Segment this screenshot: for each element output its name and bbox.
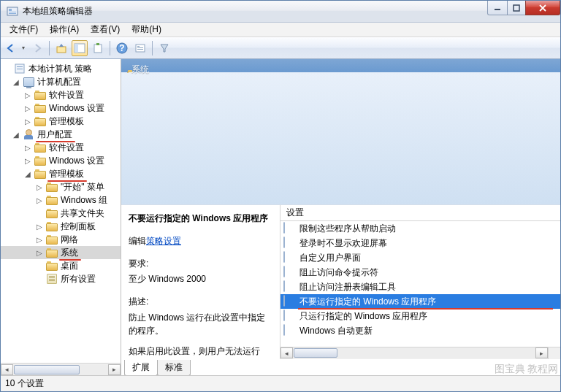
collapse-icon[interactable]: ◢ [11,77,21,87]
menu-help[interactable]: 帮助(H) [126,22,167,37]
list-item[interactable]: 阻止访问注册表编辑工具 [280,280,560,294]
expand-icon[interactable]: ▷ [23,116,33,126]
close-button[interactable] [525,1,560,15]
expand-icon[interactable]: ▷ [34,182,45,192]
edit-policy-link[interactable]: 策略设置 [146,236,181,246]
menu-bar: 文件(F) 操作(A) 查看(V) 帮助(H) [1,23,560,37]
scroll-left-icon[interactable]: ◂ [280,347,293,358]
back-button[interactable]: ▾ [4,40,27,56]
scroll-right-icon[interactable]: ▸ [535,347,548,358]
svg-rect-4 [495,9,500,10]
minimize-button[interactable] [487,1,508,15]
window-title: 本地组策略编辑器 [23,5,488,18]
help-button[interactable]: ? [114,40,130,56]
requirements-label: 要求: [129,258,272,270]
tab-extended[interactable]: 扩展 [124,360,158,375]
tree-item[interactable]: ▷ 软件设置 [1,88,121,101]
expand-icon[interactable]: ▷ [23,142,33,153]
svg-rect-1 [9,9,12,11]
description-label: 描述: [129,296,272,308]
computer-icon [23,76,34,88]
tree-item[interactable]: ▷ Windows 设置 [1,154,121,167]
tab-standard[interactable]: 标准 [157,360,191,375]
scroll-left-icon[interactable]: ◂ [1,364,13,375]
toolbar: ▾ ? [1,37,560,59]
maximize-button[interactable] [507,1,526,15]
folder-icon [34,142,46,153]
list-item[interactable]: 登录时不显示欢迎屏幕 [280,236,560,250]
edit-policy-line: 编辑策略设置 [129,235,272,247]
tree-admin-templates[interactable]: ◢ 管理模板 [1,167,121,180]
policy-title: 不要运行指定的 Windows 应用程序 [129,212,272,225]
svg-rect-15 [137,49,143,50]
folder-icon [46,247,58,258]
show-tree-button[interactable] [72,40,88,56]
expand-icon[interactable]: ▷ [23,103,33,113]
expand-icon[interactable]: ▷ [34,195,45,205]
tree-system[interactable]: ▷ 系统 [1,246,121,259]
details-panel: 系统 不要运行指定的 Windows 应用程序 编辑策略设置 要求: 至少 Wi… [121,59,560,375]
svg-text:?: ? [119,43,124,53]
expand-icon[interactable]: ▷ [34,221,45,231]
tree-computer-config[interactable]: ◢ 计算机配置 [1,75,121,88]
policy-icon [14,63,26,74]
collapse-icon[interactable]: ◢ [11,129,21,139]
folder-icon [34,89,46,101]
scroll-right-icon[interactable]: ▸ [108,364,121,375]
policy-icon [283,296,295,307]
tree-all-settings[interactable]: 所有设置 [1,272,121,285]
forward-button[interactable] [29,40,45,56]
properties-button[interactable] [132,40,148,56]
app-icon [7,6,18,18]
tree-item[interactable]: 共享文件夹 [1,207,121,220]
menu-file[interactable]: 文件(F) [4,22,44,37]
settings-header[interactable]: 设置 [280,205,560,221]
settings-h-scrollbar[interactable]: ◂ ▸ [280,347,548,359]
list-item[interactable]: 只运行指定的 Windows 应用程序 [280,309,560,323]
tree-item[interactable]: ▷ Windows 设置 [1,101,121,115]
svg-rect-17 [17,66,23,67]
folder-icon [46,260,58,272]
list-item-selected[interactable]: 不要运行指定的 Windows 应用程序 [280,294,560,309]
toolbar-separator [49,41,50,55]
tree-user-config[interactable]: ◢ 用户配置 [1,128,121,141]
collapse-icon[interactable]: ◢ [23,169,33,179]
expand-icon[interactable]: ▷ [34,247,45,258]
policy-summary: 不要运行指定的 Windows 应用程序 编辑策略设置 要求: 至少 Windo… [121,205,280,359]
list-item[interactable]: 限制这些程序从帮助启动 [280,221,560,236]
tree-item[interactable]: 桌面 [1,259,121,272]
policy-icon [283,325,295,337]
tree-item[interactable]: ▷ Windows 组 [1,193,121,207]
list-item[interactable]: 自定义用户界面 [280,250,560,265]
list-item[interactable]: Windows 自动更新 [280,323,560,338]
tree-item[interactable]: ▷ 软件设置 [1,141,121,154]
filter-button[interactable] [156,40,172,56]
toolbar-separator [110,41,110,55]
expand-icon[interactable]: ▷ [23,90,33,100]
tree-h-scrollbar[interactable]: ◂ ▸ [1,363,121,375]
svg-rect-14 [137,47,143,48]
svg-rect-5 [514,5,519,11]
app-window: 本地组策略编辑器 文件(F) 操作(A) 查看(V) 帮助(H) ▾ ? [0,0,561,392]
list-item[interactable]: 阻止访问命令提示符 [280,265,560,280]
tree-item[interactable]: ▷ "开始" 菜单 [1,180,121,193]
expand-icon[interactable]: ▷ [23,155,33,166]
export-button[interactable] [90,40,106,56]
policy-tree[interactable]: 本地计算机 策略 ◢ 计算机配置 ▷ 软件设置 ▷ Windows 设置 ▷ 管… [1,59,121,363]
settings-list[interactable]: 限制这些程序从帮助启动 登录时不显示欢迎屏幕 自定义用户界面 阻止访问命令提示符… [280,221,560,347]
tree-panel: 本地计算机 策略 ◢ 计算机配置 ▷ 软件设置 ▷ Windows 设置 ▷ 管… [1,59,121,375]
tree-item[interactable]: ▷ 管理模板 [1,115,121,128]
tree-item[interactable]: ▷ 网络 [1,233,121,246]
folder-icon [46,234,58,245]
tree-item[interactable]: ▷ 控制面板 [1,220,121,233]
menu-view[interactable]: 查看(V) [85,22,126,37]
scroll-icon [46,273,58,285]
main-content: 本地计算机 策略 ◢ 计算机配置 ▷ 软件设置 ▷ Windows 设置 ▷ 管… [1,59,560,375]
policy-icon [283,237,295,249]
up-button[interactable] [53,40,69,56]
menu-action[interactable]: 操作(A) [44,22,85,37]
svg-rect-3 [9,13,16,14]
policy-icon [283,223,295,234]
tree-root[interactable]: 本地计算机 策略 [1,62,121,75]
expand-icon[interactable]: ▷ [34,234,45,245]
